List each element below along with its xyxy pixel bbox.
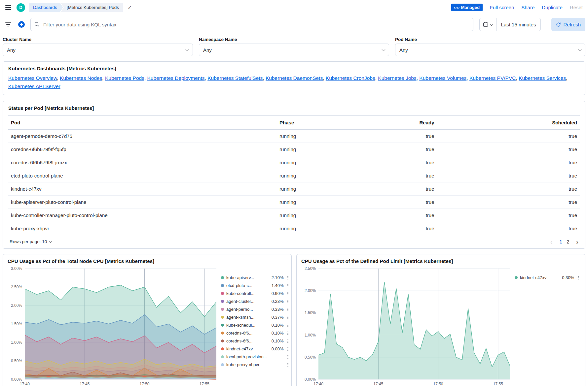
kql-search-input[interactable] <box>30 18 473 31</box>
svg-text:17:50: 17:50 <box>433 382 443 386</box>
legend-menu-button[interactable] <box>286 291 290 296</box>
ready-cell: true <box>363 209 437 222</box>
chevron-down-icon <box>49 240 52 242</box>
breadcrumb-dashboards[interactable]: Dashboards <box>29 3 63 12</box>
namespace-name-select[interactable]: Any <box>199 44 389 56</box>
full-screen-button[interactable]: Full screen <box>490 5 514 10</box>
cluster-name-select[interactable]: Any <box>3 44 193 56</box>
refresh-button[interactable]: Refresh <box>551 18 585 31</box>
managed-badge[interactable]: Managed <box>451 4 483 11</box>
table-row: kube-proxy-xhpvrrunningtruetrue <box>8 222 580 235</box>
series-color-dot <box>221 363 224 366</box>
legend-item[interactable]: kube-controll...0.90% <box>221 290 290 298</box>
links-panel: Kubernetes Dashboards [Metrics Kubernete… <box>3 61 585 95</box>
cpu-node-chart[interactable]: 0.00%0.50%1.00%1.50%2.00%2.50%3.00%17:40… <box>8 265 219 386</box>
legend-menu-button[interactable] <box>286 283 290 288</box>
dashboard-link[interactable]: Kubernetes Pods <box>105 75 144 81</box>
cpu-node-chart-title: CPU Usage as Pct of the Total Node CPU [… <box>8 258 287 264</box>
legend-label: kindnet-c47xv <box>520 275 558 280</box>
scheduled-cell: true <box>437 169 580 182</box>
date-picker-menu-button[interactable] <box>480 18 496 31</box>
legend-value: 0.10% <box>267 338 284 343</box>
legend-item[interactable]: local-path-provision... <box>221 353 290 361</box>
legend-menu-button[interactable] <box>286 363 290 367</box>
dashboard-link[interactable]: Kubernetes API Server <box>8 83 60 89</box>
series-color-dot <box>221 308 224 311</box>
selected-value: Any <box>7 47 16 53</box>
control-pod-name: Pod Name Any <box>395 37 585 56</box>
svg-text:1.50%: 1.50% <box>11 322 22 326</box>
legend-menu-button[interactable] <box>286 315 290 320</box>
col-header-ready[interactable]: Ready <box>363 115 437 129</box>
status-panel: Status per Pod [Metrics Kubernetes] Pod … <box>3 101 585 249</box>
series-color-dot <box>221 339 224 342</box>
legend-item[interactable]: agent-cluster...0.23% <box>221 298 290 306</box>
dashboard-link[interactable]: Kubernetes CronJobs <box>326 75 375 81</box>
menu-button[interactable] <box>4 4 13 11</box>
legend-item[interactable]: coredns-6f6...0.10% <box>221 337 290 345</box>
svg-text:1.00%: 1.00% <box>305 333 316 337</box>
legend-item[interactable]: kube-apiserv...2.10% <box>221 274 290 282</box>
series-color-dot <box>221 292 224 295</box>
control-label: Cluster Name <box>3 37 193 42</box>
legend-item[interactable]: kube-schedul...0.10% <box>221 321 290 329</box>
page-number-1[interactable]: 1 <box>560 239 562 244</box>
legend-menu-button[interactable] <box>576 275 580 280</box>
legend-menu-button[interactable] <box>286 307 290 312</box>
col-header-scheduled[interactable]: Scheduled <box>437 115 580 129</box>
svg-text:2.00%: 2.00% <box>305 288 316 293</box>
legend-item[interactable]: coredns-6f6...0.10% <box>221 329 290 337</box>
legend-menu-button[interactable] <box>286 331 290 336</box>
share-button[interactable]: Share <box>521 5 534 10</box>
legend-menu-button[interactable] <box>286 339 290 343</box>
time-range-button[interactable]: Last 15 minutes <box>496 22 541 27</box>
dashboard-link[interactable]: Kubernetes Jobs <box>378 75 416 81</box>
scheduled-cell: true <box>437 222 580 235</box>
table-row: etcd-pluto-control-planerunningtruetrue <box>8 169 580 182</box>
filters-settings-button[interactable] <box>3 18 14 31</box>
legend-item[interactable]: agent-perno...0.33% <box>221 306 290 313</box>
next-page-button[interactable]: › <box>576 239 578 245</box>
legend-menu-button[interactable] <box>286 323 290 328</box>
cpu-limit-chart[interactable]: 0.00%0.50%1.00%1.50%2.00%2.50%17:4017:45… <box>301 265 513 386</box>
col-header-phase[interactable]: Phase <box>277 115 363 129</box>
legend-menu-button[interactable] <box>286 275 290 280</box>
duplicate-button[interactable]: Duplicate <box>542 5 563 10</box>
prev-page-button[interactable]: ‹ <box>550 239 553 245</box>
rows-per-page-button[interactable]: Rows per page: 10 <box>10 239 52 244</box>
legend-menu-button[interactable] <box>286 299 290 304</box>
dashboard-link[interactable]: Kubernetes Nodes <box>60 75 102 81</box>
legend-menu-dots-icon <box>286 291 290 296</box>
dashboard-link[interactable]: Kubernetes StatefulSets <box>207 75 263 81</box>
breadcrumb-current[interactable]: [Metrics Kubernetes] Pods <box>61 3 123 12</box>
dashboard-link[interactable]: Kubernetes Volumes <box>419 75 466 81</box>
series-color-dot <box>221 300 224 303</box>
chevron-down-icon <box>578 48 581 51</box>
deployment-logo[interactable]: D <box>17 3 25 12</box>
svg-text:17:55: 17:55 <box>200 382 209 386</box>
legend-item[interactable]: etcd-pluto-c...1.40% <box>221 282 290 290</box>
dashboard-link[interactable]: Kubernetes Overview <box>8 75 57 81</box>
scheduled-cell: true <box>437 209 580 222</box>
dashboard-link[interactable]: Kubernetes Deployments <box>147 75 205 81</box>
legend-menu-button[interactable] <box>286 347 290 351</box>
legend-item[interactable]: kube-proxy-xhpvr <box>221 361 290 369</box>
svg-text:0.00%: 0.00% <box>305 377 316 382</box>
legend-item[interactable]: agent-ksmsh...0.37% <box>221 313 290 321</box>
dashboard-link[interactable]: Kubernetes PV/PVC <box>469 75 516 81</box>
legend-label: kube-controll... <box>226 291 267 296</box>
legend-item[interactable]: kindnet-c47xv0.00% <box>221 345 290 353</box>
pod-name-select[interactable]: Any <box>395 44 585 56</box>
search-icon <box>34 22 40 27</box>
add-control-button[interactable] <box>16 18 27 31</box>
query-bar: Last 15 minutes Refresh <box>0 15 588 34</box>
legend-menu-button[interactable] <box>286 355 290 359</box>
legend-item[interactable]: kindnet-c47xv0.30% <box>515 274 580 282</box>
reset-button[interactable]: Reset <box>570 5 583 10</box>
col-header-pod[interactable]: Pod <box>8 115 277 129</box>
dashboard-link[interactable]: Kubernetes Services <box>519 75 566 81</box>
link-separator: , <box>144 75 147 81</box>
dashboard-link[interactable]: Kubernetes DaemonSets <box>266 75 323 81</box>
legend-value: 0.00% <box>267 346 284 351</box>
page-number-2[interactable]: 2 <box>567 239 570 244</box>
